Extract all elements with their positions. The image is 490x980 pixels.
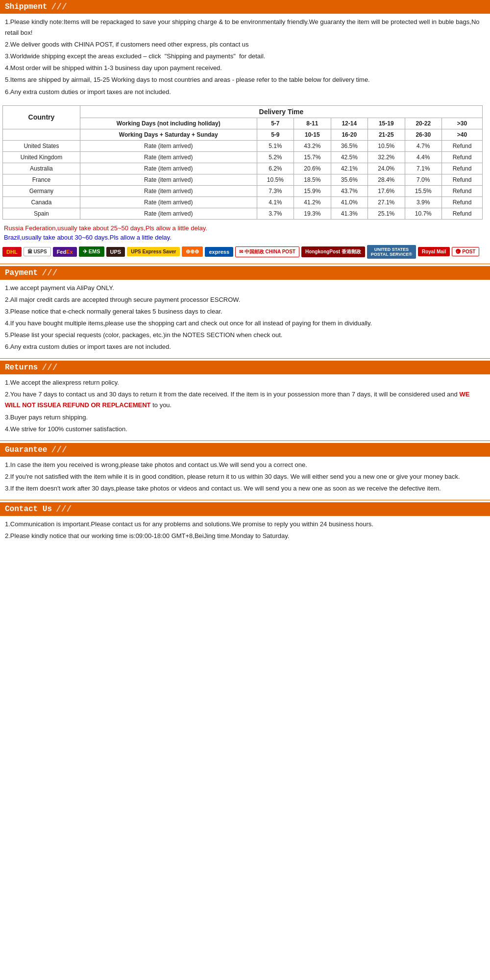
ups-express-saver-logo: UPS Express Saver	[127, 247, 180, 256]
country-header-2	[3, 129, 80, 140]
col5: 15.5%	[405, 185, 441, 196]
col2: 15.9%	[294, 185, 331, 196]
col1: 10.5%	[257, 174, 294, 185]
ship-point-4: 4.Most order will be shipped within 1-3 …	[5, 63, 485, 74]
col4: 10.5%	[368, 140, 405, 151]
country-name: Spain	[3, 208, 80, 219]
ship-point-2: 2.We deliver goods with CHINA POST, if c…	[5, 39, 485, 50]
guarantee-content: 1.In case the item you received is wrong…	[0, 457, 490, 498]
contact-content: 1.Communication is important.Please cont…	[0, 516, 490, 545]
pay-point-2: 2.All major credit cards are accepted th…	[5, 294, 485, 305]
pay-point-4: 4.If you have bought multiple items,plea…	[5, 318, 485, 329]
col3: 42.1%	[331, 163, 368, 174]
ship-point-1: 1.Please kindly note:Items will be repac…	[5, 17, 485, 38]
returns-header: Returns	[0, 361, 490, 374]
rate-cell: Rate (item arrived)	[80, 208, 257, 219]
table-row: Australia Rate (item arrived) 6.2% 20.6%…	[3, 163, 483, 174]
table-row: Spain Rate (item arrived) 3.7% 19.3% 41.…	[3, 208, 483, 219]
tnt-logo: ⊕⊕⊕	[182, 246, 203, 257]
col4: 17.6%	[368, 185, 405, 196]
russia-note: Russia Federation,usually take about 25~…	[0, 223, 490, 233]
chinapost-logo: ✉ 中国邮政 CHINA POST	[235, 246, 299, 257]
ret-point-3: 3.Buyer pays return shipping.	[5, 412, 485, 423]
header2-2125: 21-25	[368, 129, 405, 140]
col6: Refund	[441, 151, 482, 163]
col4: 24.0%	[368, 163, 405, 174]
guar-point-2: 2.If you're not satisfied with the item …	[5, 471, 485, 482]
payment-section: Payment 1.we accept payment via AliPay O…	[0, 266, 490, 357]
guarantee-title: Guarantee	[5, 445, 47, 454]
col5: 7.0%	[405, 174, 441, 185]
col3: 35.6%	[331, 174, 368, 185]
col6: Refund	[441, 163, 482, 174]
col1: 6.2%	[257, 163, 294, 174]
col3: 41.0%	[331, 196, 368, 208]
col6: Refund	[441, 185, 482, 196]
col2: 18.5%	[294, 174, 331, 185]
col3: 43.7%	[331, 185, 368, 196]
rate-cell: Rate (item arrived)	[80, 151, 257, 163]
shipping-logos: DHL 🏛 USPS FedEx ✈ EMS UPS UPS Express S…	[0, 242, 490, 262]
country-name: France	[3, 174, 80, 185]
table-row: France Rate (item arrived) 10.5% 18.5% 3…	[3, 174, 483, 185]
shippment-title: Shippment	[5, 2, 47, 11]
header2-40: >40	[441, 129, 482, 140]
header-row2-label: Working Days + Saturday + Sunday	[80, 129, 257, 140]
table-row: Germany Rate (item arrived) 7.3% 15.9% 4…	[3, 185, 483, 196]
pay-point-3: 3.Please notice that e-check normally ge…	[5, 306, 485, 317]
refund-warning: WE WILL NOT ISSUEA REFUND OR REPLACEMENT	[5, 391, 469, 409]
pay-point-5: 5.Please list your special requests (col…	[5, 330, 485, 341]
col4: 25.1%	[368, 208, 405, 219]
rate-cell: Rate (item arrived)	[80, 140, 257, 151]
usps-logo: 🏛 USPS	[24, 247, 51, 256]
guarantee-section: Guarantee 1.In case the item you receive…	[0, 443, 490, 498]
cont-point-1: 1.Communication is important.Please cont…	[5, 519, 485, 530]
col5: 4.4%	[405, 151, 441, 163]
col2: 19.3%	[294, 208, 331, 219]
col6: Refund	[441, 196, 482, 208]
pay-point-6: 6.Any extra custom duties or import taxe…	[5, 342, 485, 352]
table-row: United Kingdom Rate (item arrived) 5.2% …	[3, 151, 483, 163]
returns-section: Returns 1.We accept the aliexpress retur…	[0, 361, 490, 438]
col1: 4.1%	[257, 196, 294, 208]
payment-header: Payment	[0, 266, 490, 280]
delivery-time-header: Delivery Time	[80, 105, 482, 118]
col1: 7.3%	[257, 185, 294, 196]
col5: 10.7%	[405, 208, 441, 219]
col2: 41.2%	[294, 196, 331, 208]
col3: 41.3%	[331, 208, 368, 219]
col6: Refund	[441, 208, 482, 219]
hkpost-logo: HongkongPost 香港郵政	[301, 246, 365, 257]
payment-title: Payment	[5, 269, 38, 277]
rate-cell: Rate (item arrived)	[80, 163, 257, 174]
country-name: Australia	[3, 163, 80, 174]
header-1519: 15-19	[368, 118, 405, 129]
col1: 5.1%	[257, 140, 294, 151]
col6: Refund	[441, 174, 482, 185]
country-name: United Kingdom	[3, 151, 80, 163]
header2-1015: 10-15	[294, 129, 331, 140]
returns-title: Returns	[5, 363, 38, 372]
col3: 42.5%	[331, 151, 368, 163]
ship-point-6: 6.Any extra custom duties or import taxe…	[5, 87, 485, 98]
ret-point-4: 4.We strive for 100% customer satisfacti…	[5, 424, 485, 435]
rate-cell: Rate (item arrived)	[80, 174, 257, 185]
header-1214: 12-14	[331, 118, 368, 129]
header-2022: 20-22	[405, 118, 441, 129]
ems-logo: ✈ EMS	[79, 246, 104, 257]
rate-cell: Rate (item arrived)	[80, 185, 257, 196]
uspostal-logo: UNITED STATESPOSTAL SERVICE®	[367, 245, 416, 259]
col2: 43.2%	[294, 140, 331, 151]
brazil-note: Brazil,usually take about 30~60 days.Pls…	[0, 233, 490, 242]
col2: 20.6%	[294, 163, 331, 174]
col5: 3.9%	[405, 196, 441, 208]
ret-point-1: 1.We accept the aliexpress return policy…	[5, 377, 485, 388]
header2-59: 5-9	[257, 129, 294, 140]
col5: 7.1%	[405, 163, 441, 174]
payment-content: 1.we accept payment via AliPay ONLY. 2.A…	[0, 280, 490, 357]
header-57: 5-7	[257, 118, 294, 129]
col5: 4.7%	[405, 140, 441, 151]
returns-content: 1.We accept the aliexpress return policy…	[0, 374, 490, 438]
fedex-logo: FedEx	[53, 247, 77, 257]
header2-2630: 26-30	[405, 129, 441, 140]
